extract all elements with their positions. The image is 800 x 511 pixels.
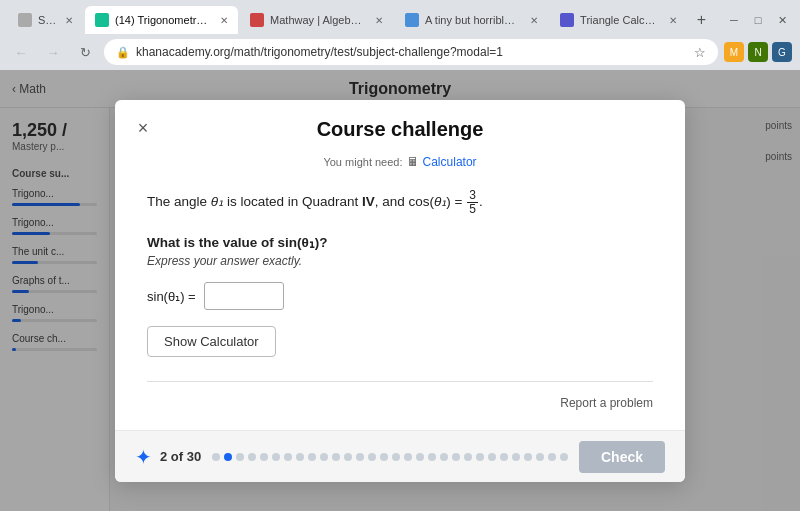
tab-mathway-close[interactable]: ✕ [375, 15, 383, 26]
progress-dot-12 [344, 453, 352, 461]
report-link[interactable]: Report a problem [560, 396, 653, 410]
modal-body: The angle θ₁ is located in Quadrant IV, … [115, 181, 685, 430]
address-bar-row: ← → ↻ 🔒 khanacademy.org/math/trigonometr… [0, 34, 800, 70]
sora-favicon [18, 13, 32, 27]
progress-dot-26 [512, 453, 520, 461]
fraction-numerator: 3 [467, 189, 478, 203]
fraction-denominator: 5 [467, 203, 478, 216]
progress-dot-19 [428, 453, 436, 461]
tab-alien-close[interactable]: ✕ [530, 15, 538, 26]
maximize-button[interactable]: □ [748, 10, 768, 30]
alien-favicon [405, 13, 419, 27]
question-label: What is the value of sin(θ₁)? [147, 234, 653, 250]
mathway-favicon [250, 13, 264, 27]
need-label-text: You might need: [323, 156, 402, 168]
answer-label: sin(θ₁) = [147, 289, 196, 304]
tab-alien-label: A tiny but horrible alien is stand... [425, 14, 520, 26]
tab-triangle-label: Triangle Calculator [580, 14, 659, 26]
modal-title: Course challenge [317, 118, 484, 141]
window-controls: ─ □ ✕ [724, 10, 792, 30]
calculator-icon: 🖩 [407, 155, 419, 169]
progress-dot-28 [536, 453, 544, 461]
modal-overlay: × Course challenge You might need: 🖩 Cal… [0, 70, 800, 511]
progress-dot-7 [284, 453, 292, 461]
tab-khan-close[interactable]: ✕ [220, 15, 228, 26]
modal-footer: ✦ 2 of 30 Check [115, 430, 685, 482]
progress-counter: 2 of 30 [160, 449, 201, 464]
close-window-button[interactable]: ✕ [772, 10, 792, 30]
forward-button[interactable]: → [40, 39, 66, 65]
extension-icon-2[interactable]: N [748, 42, 768, 62]
tab-bar: Sora ✕ (14) Trigonometry | Khan Acade...… [0, 0, 800, 34]
answer-row: sin(θ₁) = [147, 282, 653, 310]
check-button[interactable]: Check [579, 441, 665, 473]
progress-dot-10 [320, 453, 328, 461]
progress-dot-13 [356, 453, 364, 461]
refresh-button[interactable]: ↻ [72, 39, 98, 65]
tab-sora[interactable]: Sora ✕ [8, 6, 83, 34]
progress-dot-22 [464, 453, 472, 461]
address-bar-icons: ☆ [694, 45, 706, 60]
progress-dot-9 [308, 453, 316, 461]
khan-favicon [95, 13, 109, 27]
progress-dot-18 [416, 453, 424, 461]
progress-dot-6 [272, 453, 280, 461]
progress-dot-5 [260, 453, 268, 461]
progress-dot-8 [296, 453, 304, 461]
calculator-label[interactable]: Calculator [423, 155, 477, 169]
minimize-button[interactable]: ─ [724, 10, 744, 30]
tab-triangle-close[interactable]: ✕ [669, 15, 677, 26]
browser-action-icons: M N G [724, 42, 792, 62]
problem-text: The angle θ₁ is located in Quadrant IV, … [147, 189, 653, 216]
progress-dot-16 [392, 453, 400, 461]
extension-icon-1[interactable]: M [724, 42, 744, 62]
show-calculator-button[interactable]: Show Calculator [147, 326, 276, 357]
modal-header: × Course challenge [115, 100, 685, 151]
progress-dot-11 [332, 453, 340, 461]
progress-dots [212, 453, 568, 461]
new-tab-button[interactable]: + [689, 6, 714, 34]
address-bar[interactable]: 🔒 khanacademy.org/math/trigonometry/test… [104, 39, 718, 65]
url-text: khanacademy.org/math/trigonometry/test/s… [136, 45, 503, 59]
sin-label: sin(θ₁) [278, 235, 320, 250]
progress-dot-23 [476, 453, 484, 461]
tab-mathway-label: Mathway | Algebra Problem Sol... [270, 14, 365, 26]
progress-dot-2 [224, 453, 232, 461]
progress-dot-30 [560, 453, 568, 461]
quadrant-label: IV [362, 194, 375, 209]
modal-close-button[interactable]: × [131, 116, 155, 140]
tab-alien[interactable]: A tiny but horrible alien is stand... ✕ [395, 6, 548, 34]
answer-input[interactable] [204, 282, 284, 310]
modal-divider [147, 381, 653, 382]
cos-theta: θ₁ [434, 194, 446, 209]
back-button[interactable]: ← [8, 39, 34, 65]
progress-dot-1 [212, 453, 220, 461]
triangle-favicon [560, 13, 574, 27]
theta-symbol: θ₁ [211, 194, 223, 209]
progress-dot-29 [548, 453, 556, 461]
tab-mathway[interactable]: Mathway | Algebra Problem Sol... ✕ [240, 6, 393, 34]
tab-khan-label: (14) Trigonometry | Khan Acade... [115, 14, 210, 26]
tab-sora-label: Sora [38, 14, 55, 26]
progress-dot-3 [236, 453, 244, 461]
progress-dot-20 [440, 453, 448, 461]
report-row: Report a problem [147, 390, 653, 414]
progress-dot-17 [404, 453, 412, 461]
progress-dot-27 [524, 453, 532, 461]
lock-icon: 🔒 [116, 46, 130, 59]
tab-sora-close[interactable]: ✕ [65, 15, 73, 26]
question-instruction: Express your answer exactly. [147, 254, 653, 268]
progress-dot-24 [488, 453, 496, 461]
progress-star-icon: ✦ [135, 445, 152, 469]
extension-icon-3[interactable]: G [772, 42, 792, 62]
page-background: ‹ Math Trigonometry 1,250 / Mastery p...… [0, 70, 800, 511]
tab-triangle[interactable]: Triangle Calculator ✕ [550, 6, 687, 34]
browser-chrome: Sora ✕ (14) Trigonometry | Khan Acade...… [0, 0, 800, 70]
fraction: 3 5 [467, 189, 478, 216]
progress-dot-15 [380, 453, 388, 461]
progress-dot-25 [500, 453, 508, 461]
progress-dot-14 [368, 453, 376, 461]
star-icon[interactable]: ☆ [694, 45, 706, 60]
tab-khan[interactable]: (14) Trigonometry | Khan Acade... ✕ [85, 6, 238, 34]
progress-dot-21 [452, 453, 460, 461]
